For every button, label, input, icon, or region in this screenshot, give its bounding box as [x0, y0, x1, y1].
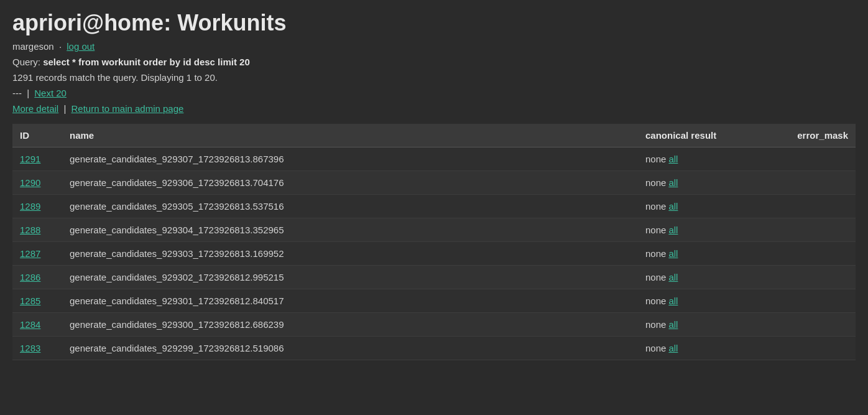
table-row: 1290generate_candidates_929306_172392681… — [12, 171, 856, 195]
logout-link[interactable]: log out — [67, 41, 95, 52]
cell-error-mask — [775, 337, 856, 360]
cell-name: generate_candidates_929302_1723926812.99… — [62, 266, 638, 289]
table-row: 1286generate_candidates_929302_172392681… — [12, 266, 856, 289]
canonical-all-link[interactable]: all — [668, 225, 678, 235]
records-line: 1291 records match the query. Displaying… — [12, 72, 856, 83]
table-row: 1285generate_candidates_929301_172392681… — [12, 289, 856, 313]
canonical-all-link[interactable]: all — [668, 177, 678, 188]
cell-canonical: noneall — [638, 289, 775, 313]
cell-canonical: noneall — [638, 313, 775, 337]
cell-name: generate_candidates_929299_1723926812.51… — [62, 337, 638, 360]
cell-error-mask — [775, 242, 856, 266]
prev-nav: --- — [12, 88, 22, 98]
cell-name: generate_candidates_929307_1723926813.86… — [62, 147, 638, 171]
workunit-id-link[interactable]: 1288 — [20, 225, 40, 235]
query-line: Query: select * from workunit order by i… — [12, 57, 856, 67]
col-header-id: ID — [12, 124, 62, 147]
cell-id: 1291 — [12, 147, 62, 171]
cell-canonical: noneall — [638, 171, 775, 195]
workunit-id-link[interactable]: 1284 — [20, 319, 40, 330]
cell-name: generate_candidates_929304_1723926813.35… — [62, 218, 638, 242]
cell-error-mask — [775, 289, 856, 313]
col-header-name: name — [62, 124, 638, 147]
canonical-none-text: none — [645, 248, 666, 259]
next-20-link[interactable]: Next 20 — [34, 88, 67, 98]
canonical-all-link[interactable]: all — [668, 272, 678, 282]
cell-name: generate_candidates_929305_1723926813.53… — [62, 195, 638, 218]
canonical-all-link[interactable]: all — [668, 248, 678, 259]
table-header: ID name canonical result error_mask — [12, 124, 856, 147]
more-detail-link[interactable]: More detail — [12, 103, 58, 114]
table-row: 1287generate_candidates_929303_172392681… — [12, 242, 856, 266]
cell-canonical: noneall — [638, 147, 775, 171]
cell-name: generate_candidates_929303_1723926813.16… — [62, 242, 638, 266]
header-row: ID name canonical result error_mask — [12, 124, 856, 147]
query-value: select * from workunit order by id desc … — [43, 57, 250, 67]
dot-separator: · — [59, 41, 64, 52]
workunit-id-link[interactable]: 1291 — [20, 154, 40, 164]
cell-canonical: noneall — [638, 266, 775, 289]
cell-id: 1290 — [12, 171, 62, 195]
table-row: 1289generate_candidates_929305_172392681… — [12, 195, 856, 218]
canonical-all-link[interactable]: all — [668, 154, 678, 164]
cell-error-mask — [775, 266, 856, 289]
workunit-id-link[interactable]: 1289 — [20, 201, 40, 212]
table-body: 1291generate_candidates_929307_172392681… — [12, 147, 856, 360]
cell-id: 1287 — [12, 242, 62, 266]
canonical-none-text: none — [645, 296, 666, 306]
links-line: More detail | Return to main admin page — [12, 103, 856, 114]
username: margeson — [12, 41, 54, 52]
canonical-none-text: none — [645, 177, 666, 188]
links-separator: | — [63, 103, 68, 114]
page-title: apriori@home: Workunits — [12, 10, 856, 36]
canonical-none-text: none — [645, 201, 666, 212]
cell-name: generate_candidates_929301_1723926812.84… — [62, 289, 638, 313]
canonical-all-link[interactable]: all — [668, 296, 678, 306]
table-row: 1284generate_candidates_929300_172392681… — [12, 313, 856, 337]
table-row: 1291generate_candidates_929307_172392681… — [12, 147, 856, 171]
cell-id: 1288 — [12, 218, 62, 242]
cell-error-mask — [775, 147, 856, 171]
canonical-all-link[interactable]: all — [668, 201, 678, 212]
cell-error-mask — [775, 195, 856, 218]
cell-name: generate_candidates_929300_1723926812.68… — [62, 313, 638, 337]
table-row: 1283generate_candidates_929299_172392681… — [12, 337, 856, 360]
workunit-id-link[interactable]: 1285 — [20, 296, 40, 306]
user-line: margeson · log out — [12, 41, 856, 52]
cell-error-mask — [775, 313, 856, 337]
workunit-id-link[interactable]: 1286 — [20, 272, 40, 282]
workunit-id-link[interactable]: 1290 — [20, 177, 40, 188]
canonical-none-text: none — [645, 319, 666, 330]
canonical-none-text: none — [645, 272, 666, 282]
cell-error-mask — [775, 218, 856, 242]
table-row: 1288generate_candidates_929304_172392681… — [12, 218, 856, 242]
cell-name: generate_candidates_929306_1723926813.70… — [62, 171, 638, 195]
canonical-all-link[interactable]: all — [668, 319, 678, 330]
canonical-none-text: none — [645, 343, 666, 353]
col-header-canonical: canonical result — [638, 124, 775, 147]
cell-id: 1285 — [12, 289, 62, 313]
return-to-admin-link[interactable]: Return to main admin page — [71, 103, 183, 114]
col-header-error-mask: error_mask — [775, 124, 856, 147]
nav-line: --- | Next 20 — [12, 88, 856, 98]
canonical-all-link[interactable]: all — [668, 343, 678, 353]
cell-id: 1289 — [12, 195, 62, 218]
cell-error-mask — [775, 171, 856, 195]
canonical-none-text: none — [645, 225, 666, 235]
workunit-id-link[interactable]: 1287 — [20, 248, 40, 259]
cell-id: 1283 — [12, 337, 62, 360]
cell-canonical: noneall — [638, 218, 775, 242]
workunits-table: ID name canonical result error_mask 1291… — [12, 124, 856, 360]
workunit-id-link[interactable]: 1283 — [20, 343, 40, 353]
nav-separator: | — [27, 88, 32, 98]
cell-id: 1284 — [12, 313, 62, 337]
cell-id: 1286 — [12, 266, 62, 289]
cell-canonical: noneall — [638, 195, 775, 218]
cell-canonical: noneall — [638, 242, 775, 266]
cell-canonical: noneall — [638, 337, 775, 360]
query-label: Query: — [12, 57, 40, 67]
canonical-none-text: none — [645, 154, 666, 164]
